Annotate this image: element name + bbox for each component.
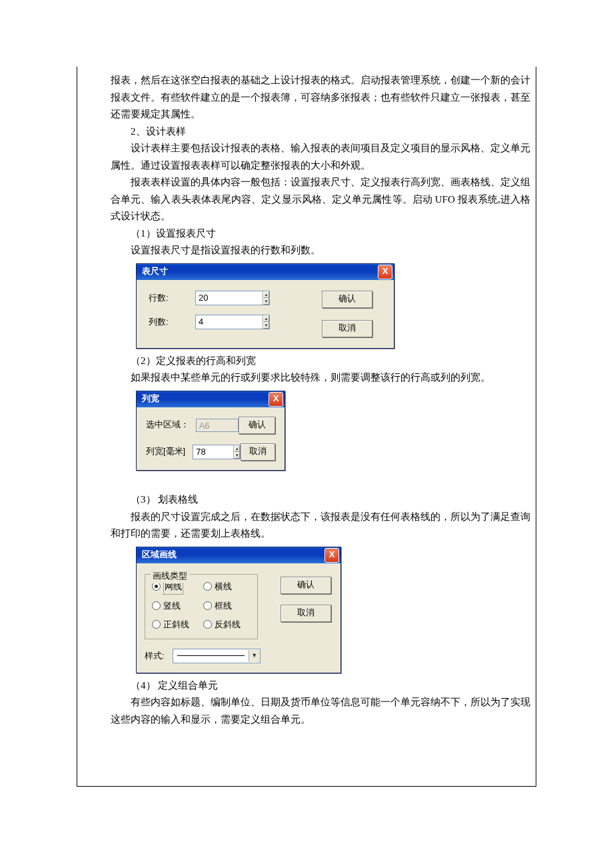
spin-up-icon[interactable]: ▲ (263, 291, 269, 298)
line-preview (177, 655, 245, 656)
cancel-button[interactable]: 取消 (241, 443, 275, 461)
paragraph: 设计表样主要包括设计报表的表格、输入报表的表间项目及定义项目的显示风格、定义单元… (111, 140, 530, 174)
width-input[interactable] (193, 445, 233, 459)
paragraph: 报表的尺寸设置完成之后，在数据状态下，该报表是没有任何表格线的，所以为了满足查询… (111, 509, 530, 543)
range-label: 选中区域： (146, 417, 196, 432)
close-icon[interactable]: X (324, 548, 339, 563)
dialog-body: 画线类型 网线 横线 竖线 框线 正斜线 反斜线 确认 取消 样式: (137, 563, 340, 673)
radio-icon (203, 582, 212, 591)
paragraph: 如果报表中某些单元的行或列要求比较特殊，则需要调整该行的行高或列的列宽。 (111, 369, 530, 387)
dialog-title: 列宽 (142, 391, 159, 406)
radio-vertical[interactable]: 竖线 (152, 599, 199, 613)
subheading-1: （1）设置报表尺寸 (111, 225, 530, 243)
rows-label: 行数: (149, 291, 195, 305)
radio-icon (203, 620, 212, 629)
titlebar[interactable]: 区域画线 X (137, 547, 340, 563)
dialog-title: 区域画线 (142, 547, 177, 562)
dialog-body: 选中区域： A6 确认 列宽[毫米] ▲▼ 取消 (137, 407, 285, 470)
dialog-body: 行数: ▲▼ 列数: ▲▼ 确认 (137, 280, 394, 348)
radio-forward-slash[interactable]: 正斜线 (152, 617, 199, 632)
radio-frame[interactable]: 框线 (203, 599, 251, 613)
group-legend: 画线类型 (151, 569, 189, 583)
cancel-button[interactable]: 取消 (322, 320, 372, 337)
cancel-button[interactable]: 取消 (281, 605, 331, 622)
page: 报表，然后在这张空白报表的基础之上设计报表的格式。启动报表管理系统，创建一个新的… (0, 0, 613, 868)
titlebar[interactable]: 列宽 X (137, 391, 285, 407)
ok-button[interactable]: 确认 (322, 291, 372, 308)
spin-buttons[interactable]: ▲▼ (233, 445, 240, 459)
ok-button[interactable]: 确认 (281, 577, 331, 594)
spin-down-icon[interactable]: ▼ (234, 452, 240, 459)
close-icon[interactable]: X (269, 392, 283, 407)
style-combo[interactable]: ▼ (173, 649, 261, 663)
column-width-dialog: 列宽 X 选中区域： A6 确认 列宽[毫米] ▲▼ 取消 (136, 391, 285, 471)
radio-horizontal[interactable]: 横线 (203, 579, 251, 595)
subheading-3: （3） 划表格线 (111, 491, 530, 509)
range-display: A6 (196, 419, 239, 432)
spin-up-icon[interactable]: ▲ (234, 445, 240, 452)
subheading-2: （2）定义报表的行高和列宽 (111, 353, 530, 370)
heading-2: 2、设计表样 (111, 123, 530, 141)
spin-buttons[interactable]: ▲▼ (263, 315, 269, 329)
paragraph: 有些内容如标题、编制单位、日期及货币单位等信息可能一个单元容纳不下，所以为了实现… (111, 694, 530, 728)
ok-button[interactable]: 确认 (239, 417, 275, 434)
content-cell: 报表，然后在这张空白报表的基础之上设计报表的格式。启动报表管理系统，创建一个新的… (77, 67, 536, 787)
radio-icon (203, 601, 212, 610)
spin-down-icon[interactable]: ▼ (263, 322, 269, 329)
paragraph: 设置报表尺寸是指设置报表的行数和列数。 (111, 242, 530, 259)
cols-input[interactable] (196, 315, 263, 329)
radio-back-slash[interactable]: 反斜线 (203, 617, 251, 632)
rows-spinner[interactable]: ▲▼ (195, 291, 270, 305)
width-spinner[interactable]: ▲▼ (193, 445, 241, 459)
spin-down-icon[interactable]: ▼ (263, 298, 269, 305)
subheading-4: （4） 定义组合单元 (111, 677, 530, 695)
close-icon[interactable]: X (378, 265, 392, 279)
dialog-title: 表尺寸 (142, 264, 168, 279)
rows-input[interactable] (196, 291, 263, 305)
radio-icon (152, 582, 161, 591)
titlebar[interactable]: 表尺寸 X (137, 264, 394, 280)
style-label: 样式: (145, 649, 165, 663)
paragraph: 报表，然后在这张空白报表的基础之上设计报表的格式。启动报表管理系统，创建一个新的… (111, 72, 530, 123)
radio-icon (152, 620, 161, 629)
area-line-dialog: 区域画线 X 画线类型 网线 横线 竖线 框线 正斜线 反斜线 确认 (136, 547, 341, 673)
paragraph: 报表表样设置的具体内容一般包括：设置报表尺寸、定义报表行高列宽、画表格线、定义组… (111, 174, 530, 225)
radio-icon (152, 601, 161, 610)
cols-label: 列数: (149, 315, 195, 329)
cols-spinner[interactable]: ▲▼ (195, 315, 270, 329)
table-size-dialog: 表尺寸 X 行数: ▲▼ 列数: (136, 263, 394, 349)
blank (111, 475, 530, 492)
line-type-groupbox: 画线类型 网线 横线 竖线 框线 正斜线 反斜线 (145, 574, 258, 639)
chevron-down-icon[interactable]: ▼ (249, 650, 260, 662)
spin-buttons[interactable]: ▲▼ (263, 291, 269, 305)
spin-up-icon[interactable]: ▲ (263, 315, 269, 322)
width-label: 列宽[毫米] (146, 444, 193, 459)
